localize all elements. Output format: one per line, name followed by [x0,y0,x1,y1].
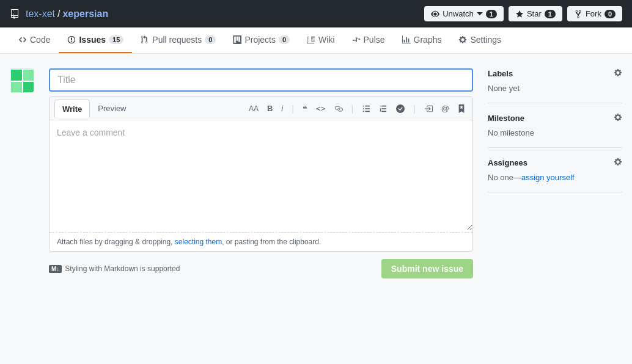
divider3: | [413,104,416,114]
fork-count: 0 [604,10,615,18]
star-count: 1 [545,10,556,18]
heading-btn[interactable]: AA [246,103,261,114]
title-input[interactable] [49,68,473,92]
top-header: tex-xet / xepersian Unwatch 1 Star 1 Fo [0,0,632,27]
bullet-list-btn[interactable] [359,103,373,114]
tab-pull-requests[interactable]: Pull requests 0 [132,27,224,53]
repo-owner-link[interactable]: tex-xet [26,9,55,20]
footer-text2: , or pasting from the clipboard. [222,238,321,246]
markdown-icon: M↓ [49,265,62,273]
tab-code[interactable]: Code [10,27,59,53]
gear-icon [614,68,622,77]
labels-title: Labels [488,69,513,78]
pulse-icon [352,35,361,44]
numbered-list-icon [379,104,388,113]
unwatch-count: 1 [486,10,497,18]
nav-tabs: Code Issues 15 Pull requests 0 Projects … [0,27,632,54]
editor-actions: AA B i | ❝ <> [246,103,468,115]
editor-toolbar: Write Preview AA B i | ❝ [50,97,472,120]
bookmark-icon [458,104,465,113]
pr-count: 0 [205,35,216,44]
tab-issues[interactable]: Issues 15 [59,27,132,53]
star-button[interactable]: Star 1 [509,6,562,21]
form-actions: M↓ Styling with Markdown is supported Su… [49,254,473,283]
main-content: Write Preview AA B i | ❝ [0,54,632,347]
tab-projects-label: Projects [244,35,276,45]
code-icon [18,35,27,44]
code-label: <> [316,104,326,113]
markdown-text: Styling with Markdown is supported [65,264,180,273]
italic-label: i [281,104,283,113]
tab-graphs-label: Graphs [414,35,442,45]
labels-gear-button[interactable] [614,68,622,79]
eye-icon [431,10,439,18]
fork-button[interactable]: Fork 0 [567,6,622,21]
labels-value: None yet [488,84,622,93]
projects-icon [233,35,241,44]
tab-code-label: Code [30,35,50,45]
unwatch-label: Unwatch [443,9,474,18]
milestone-value: No milestone [488,128,622,137]
editor-container: Write Preview AA B i | ❝ [49,96,473,252]
fork-icon [574,10,582,18]
tab-graphs[interactable]: Graphs [394,27,450,53]
reply-btn[interactable] [422,103,435,114]
graphs-icon [402,35,411,44]
wiki-icon [307,35,315,44]
assignees-header: Assignees [488,158,622,168]
divider1: | [292,104,294,114]
labels-section: Labels None yet [488,68,622,103]
bold-btn[interactable]: B [265,103,275,114]
quote-label: ❝ [303,104,307,114]
write-tab[interactable]: Write [54,100,90,118]
link-btn[interactable] [332,103,345,114]
assignees-gear-button[interactable] [614,158,622,168]
comment-textarea[interactable] [50,120,472,230]
projects-count: 0 [279,35,290,44]
tab-wiki-label: Wiki [318,35,334,45]
code-btn[interactable]: <> [314,103,328,114]
tab-pulse[interactable]: Pulse [344,27,394,53]
assign-yourself-link[interactable]: assign yourself [521,173,575,182]
tab-wiki[interactable]: Wiki [298,27,343,53]
assignees-value: No one—assign yourself [488,173,622,182]
pr-icon [141,35,149,44]
link-icon [334,104,343,113]
reply-icon [424,104,433,113]
header-actions: Unwatch 1 Star 1 Fork 0 [424,6,622,21]
repo-separator: / [57,9,60,20]
sidebar: Labels None yet Milestone No milestone [488,68,622,332]
avatar-col [10,68,34,332]
milestone-gear-button[interactable] [614,113,622,123]
tab-settings[interactable]: Settings [450,27,510,53]
milestone-header: Milestone [488,113,622,123]
dropdown-icon [477,11,483,17]
assignees-title: Assignees [488,158,527,167]
avatar [10,68,34,93]
settings-icon [458,35,467,44]
tab-pr-label: Pull requests [152,35,202,45]
mention-btn[interactable]: @ [439,103,452,114]
tab-projects[interactable]: Projects 0 [224,27,298,53]
bookmark-btn[interactable] [455,103,468,114]
bullet-list-icon [362,104,370,113]
repo-name-link[interactable]: xepersian [62,9,108,20]
tab-pulse-label: Pulse [364,35,385,45]
unwatch-button[interactable]: Unwatch 1 [424,6,504,21]
repo-icon [10,9,20,19]
milestone-section: Milestone No milestone [488,103,622,148]
editor-footer: Attach files by dragging & dropping, sel… [50,232,472,251]
mention-label: @ [441,104,449,113]
heading-label: AA [249,104,259,113]
task-list-btn[interactable] [394,103,407,114]
numbered-list-btn[interactable] [377,103,390,114]
repo-path: tex-xet / xepersian [10,9,108,20]
submit-button[interactable]: Submit new issue [381,259,473,278]
quote-btn[interactable]: ❝ [300,103,310,115]
preview-tab[interactable]: Preview [90,100,134,117]
italic-btn[interactable]: i [279,103,285,114]
star-label: Star [527,9,542,18]
star-icon [515,10,524,18]
select-files-link[interactable]: selecting them [175,238,222,246]
labels-header: Labels [488,68,622,79]
